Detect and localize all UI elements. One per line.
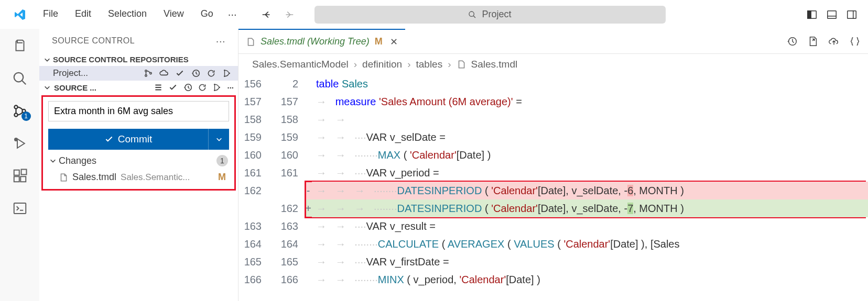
svg-point-21: [229, 73, 230, 74]
breadcrumb-item[interactable]: definition: [362, 59, 402, 70]
svg-point-6: [14, 105, 17, 108]
vscode-logo: [5, 8, 35, 21]
nav-back-icon[interactable]: [261, 9, 273, 20]
menu-view[interactable]: View: [155, 4, 192, 25]
history-icon[interactable]: [786, 36, 798, 47]
source-control-section-header[interactable]: SOURCE ... ···: [39, 81, 238, 94]
menu-more[interactable]: ···: [222, 4, 243, 25]
repo-row[interactable]: Project...: [39, 66, 238, 81]
diff-gutter: [305, 93, 312, 110]
line-number-new: 2: [268, 75, 305, 93]
code-line[interactable]: 163163→ → ····VAR v_result =: [238, 217, 868, 235]
graph-icon[interactable]: [222, 69, 232, 78]
menu-edit[interactable]: Edit: [67, 4, 100, 25]
code-line[interactable]: 159159→ → ····VAR v_selDate =: [238, 128, 868, 146]
code-line[interactable]: 162-→ → → ········DATESINPERIOD ( 'Calen…: [238, 182, 868, 199]
chevron-down-icon: [44, 56, 51, 63]
commit-message-input[interactable]: [48, 101, 229, 121]
svg-point-17: [150, 72, 151, 74]
tab-close-icon[interactable]: ✕: [390, 36, 398, 48]
activity-search-icon[interactable]: [12, 71, 28, 86]
activity-bar: 1: [0, 29, 39, 301]
refresh-icon[interactable]: [198, 83, 207, 92]
cloud-icon[interactable]: [159, 69, 169, 78]
menu-selection[interactable]: Selection: [100, 4, 155, 25]
line-number-new: 163: [268, 217, 305, 235]
repos-section-header[interactable]: SOURCE CONTROL REPOSITORIES: [39, 53, 238, 66]
line-number-old: 161: [238, 164, 268, 182]
commit-dropdown-button[interactable]: [208, 129, 229, 150]
nav-forward-icon[interactable]: [283, 9, 295, 20]
code-content: → → ····VAR v_result =: [312, 217, 868, 235]
sc-header-label: SOURCE ...: [54, 83, 96, 92]
sc-more-icon[interactable]: ···: [227, 83, 234, 92]
breadcrumb-item[interactable]: Sales.tmdl: [471, 59, 518, 70]
code-content: → → ········CALCULATE ( AVERAGEX ( VALUE…: [312, 235, 868, 253]
braces-icon[interactable]: [849, 36, 861, 47]
svg-point-24: [214, 90, 216, 91]
tab-sales-tmdl[interactable]: Sales.tmdl (Working Tree) M ✕: [238, 29, 405, 53]
diff-gutter: [305, 146, 312, 164]
check-icon[interactable]: [175, 69, 185, 78]
breadcrumb-item[interactable]: tables: [416, 59, 442, 70]
diff-gutter: [305, 271, 312, 288]
check-icon[interactable]: [168, 83, 178, 92]
cloud-upload-icon[interactable]: [828, 36, 840, 47]
activity-extensions-icon[interactable]: [12, 168, 28, 184]
chevron-down-icon: [215, 136, 223, 143]
line-number-old: 160: [238, 146, 268, 164]
command-center[interactable]: Project: [314, 6, 666, 24]
history-icon[interactable]: [183, 83, 192, 92]
layout-panel-right-icon[interactable]: [846, 9, 858, 20]
menu-go[interactable]: Go: [192, 4, 222, 25]
line-number-old: 164: [238, 235, 268, 253]
code-content: → → ····VAR v_selDate =: [312, 128, 868, 146]
line-number-old: 163: [238, 217, 268, 235]
layout-panel-left-icon[interactable]: [806, 9, 818, 20]
chevron-right-icon: ›: [407, 59, 410, 70]
history-icon[interactable]: [191, 69, 200, 78]
breadcrumb-item[interactable]: Sales.SemanticModel: [252, 59, 349, 70]
changed-file-row[interactable]: Sales.tmdl Sales.Semantic... M: [48, 170, 229, 185]
layout-panel-bottom-icon[interactable]: [826, 9, 838, 20]
activity-debug-icon[interactable]: [12, 136, 28, 151]
code-line[interactable]: 161161→ → ····VAR v_period =: [238, 164, 868, 182]
activity-explorer-icon[interactable]: [12, 38, 28, 54]
list-icon[interactable]: [154, 83, 163, 92]
tab-status-badge: M: [375, 36, 383, 47]
activity-terminal-icon[interactable]: [12, 200, 28, 216]
chevron-down-icon: [49, 157, 57, 164]
breadcrumb[interactable]: Sales.SemanticModel › definition › table…: [238, 54, 868, 75]
code-line[interactable]: 166166→ → ········MINX ( v_period, 'Cale…: [238, 271, 868, 288]
code-editor[interactable]: 1562table Sales157157→ measure 'Sales Am…: [238, 75, 868, 288]
commit-button[interactable]: Commit: [48, 129, 208, 150]
open-file-icon[interactable]: [807, 36, 819, 47]
code-line[interactable]: 164164→ → ········CALCULATE ( AVERAGEX (…: [238, 235, 868, 253]
code-line[interactable]: 162+→ → → ········DATESINPERIOD ( 'Calen…: [238, 199, 868, 217]
code-content: → → ····VAR v_firstDate =: [312, 253, 868, 271]
activity-scm-icon[interactable]: 1: [12, 103, 28, 119]
menu-file[interactable]: File: [35, 4, 67, 25]
code-line[interactable]: 157157→ measure 'Sales Amount (6M averag…: [238, 93, 868, 110]
line-number-new: 165: [268, 253, 305, 271]
code-line[interactable]: 165165→ → ····VAR v_firstDate =: [238, 253, 868, 271]
line-number-old: [238, 199, 268, 217]
svg-rect-14: [14, 203, 26, 214]
repos-header-label: SOURCE CONTROL REPOSITORIES: [53, 55, 189, 64]
chevron-down-icon: [44, 84, 51, 91]
branch-icon[interactable]: [144, 69, 153, 78]
sidebar-more-icon[interactable]: ···: [216, 35, 225, 47]
changes-header[interactable]: Changes 1: [48, 150, 229, 170]
diff-gutter: [305, 75, 312, 93]
line-number-new: 159: [268, 128, 305, 146]
code-line[interactable]: 158158→ →: [238, 110, 868, 128]
graph-icon[interactable]: [212, 83, 222, 92]
line-number-old: 157: [238, 93, 268, 110]
refresh-icon[interactable]: [207, 69, 216, 78]
check-icon: [104, 135, 114, 144]
code-line[interactable]: 1562table Sales: [238, 75, 868, 93]
changed-file-path: Sales.Semantic...: [121, 172, 190, 183]
svg-rect-11: [14, 176, 19, 182]
code-line[interactable]: 160160→ → ········MAX ( 'Calendar'[Date]…: [238, 146, 868, 164]
line-number-new: [268, 182, 305, 199]
